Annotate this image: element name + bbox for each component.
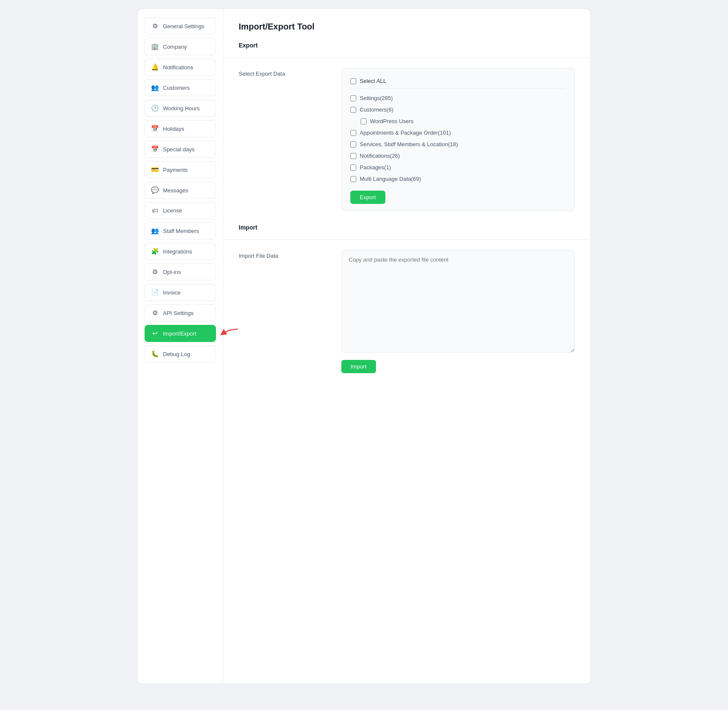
general-settings-icon: ⚙	[151, 22, 159, 30]
export-checkbox-wordpress-users[interactable]	[361, 118, 367, 124]
payments-icon: 💳	[151, 166, 159, 174]
export-checkbox-services[interactable]	[350, 141, 356, 147]
export-label-services: Services, Staff Members & Location(18)	[360, 141, 458, 147]
license-icon: 🏷	[151, 207, 159, 214]
import-row: Import File Data Import	[239, 250, 575, 373]
sidebar-item-label-invoice: Invoice	[163, 289, 181, 296]
sidebar-item-label-staff-members: Staff Members	[163, 228, 199, 234]
export-item-wordpress-users[interactable]: WordPress Users	[350, 115, 566, 127]
sidebar-item-label-special-days: Special days	[163, 146, 195, 153]
select-all-row[interactable]: Select ALL	[350, 75, 566, 89]
import-divider	[223, 239, 590, 240]
sidebar-item-holidays[interactable]: 📅Holidays	[145, 120, 216, 137]
export-items-container: Settings(285)Customers(6)WordPress Users…	[350, 92, 566, 185]
export-btn-row: Export	[350, 191, 566, 204]
import-export-icon: ↩	[151, 330, 159, 337]
special-days-icon: 📅	[151, 145, 159, 153]
sidebar-item-integrations[interactable]: 🧩Integrations	[145, 243, 216, 260]
export-item-services[interactable]: Services, Staff Members & Location(18)	[350, 138, 566, 150]
export-label-appointments: Appointments & Package Order(101)	[360, 130, 451, 136]
customers-icon: 👥	[151, 84, 159, 91]
export-item-customers[interactable]: Customers(6)	[350, 104, 566, 115]
sidebar-item-notifications[interactable]: 🔔Notifications	[145, 59, 216, 76]
import-section-label: Import	[239, 224, 575, 231]
export-item-multi-language[interactable]: Multi Language Data(69)	[350, 173, 566, 185]
opt-ins-icon: ⚙	[151, 268, 159, 276]
sidebar-item-customers[interactable]: 👥Customers	[145, 79, 216, 96]
export-section-label: Export	[239, 42, 575, 49]
export-item-settings[interactable]: Settings(285)	[350, 92, 566, 104]
export-label-wordpress-users: WordPress Users	[370, 118, 414, 124]
main-content: Import/Export Tool Export Select Export …	[223, 9, 590, 683]
import-button[interactable]: Import	[341, 360, 376, 373]
export-row: Select Export Data Select ALL Settings(2…	[239, 68, 575, 211]
sidebar-item-license[interactable]: 🏷License	[145, 202, 216, 219]
sidebar-item-label-opt-ins: Opt-ins	[163, 269, 181, 275]
import-row-label: Import File Data	[239, 250, 324, 373]
export-label-packages: Packages(1)	[360, 164, 391, 171]
page-title: Import/Export Tool	[239, 22, 575, 32]
sidebar-item-api-settings[interactable]: ⚙API Settings	[145, 304, 216, 321]
sidebar-item-staff-members[interactable]: 👥Staff Members	[145, 222, 216, 239]
sidebar-item-label-api-settings: API Settings	[163, 310, 194, 316]
export-button[interactable]: Export	[350, 191, 385, 204]
import-btn-row: Import	[341, 360, 575, 373]
sidebar-item-label-messages: Messages	[163, 187, 188, 194]
messages-icon: 💬	[151, 186, 159, 194]
export-label-customers: Customers(6)	[360, 106, 394, 113]
import-section: Import Import File Data Import	[239, 224, 575, 373]
sidebar-item-label-license: License	[163, 207, 182, 214]
sidebar-item-general-settings[interactable]: ⚙General Settings	[145, 18, 216, 35]
sidebar-item-label-holidays: Holidays	[163, 126, 184, 132]
export-checkbox-packages[interactable]	[350, 165, 356, 171]
sidebar-item-label-payments: Payments	[163, 167, 188, 173]
export-checkbox-multi-language[interactable]	[350, 176, 356, 182]
export-row-label: Select Export Data	[239, 68, 324, 211]
export-label-multi-language: Multi Language Data(69)	[360, 176, 421, 182]
sidebar-item-messages[interactable]: 💬Messages	[145, 182, 216, 199]
import-textarea[interactable]	[341, 250, 575, 353]
sidebar-item-label-integrations: Integrations	[163, 248, 192, 255]
holidays-icon: 📅	[151, 125, 159, 133]
sidebar-item-invoice[interactable]: 📄Invoice	[145, 284, 216, 301]
export-box: Select ALL Settings(285)Customers(6)Word…	[341, 68, 575, 211]
export-item-notifications[interactable]: Notifications(26)	[350, 150, 566, 162]
export-checkbox-notifications[interactable]	[350, 153, 356, 159]
import-right: Import	[341, 250, 575, 373]
company-icon: 🏢	[151, 43, 159, 50]
select-all-label: Select ALL	[360, 78, 386, 84]
sidebar-item-label-customers: Customers	[163, 85, 190, 91]
working-hours-icon: 🕐	[151, 104, 159, 112]
export-divider	[223, 57, 590, 58]
export-section: Export Select Export Data Select ALL Set…	[239, 42, 575, 211]
api-settings-icon: ⚙	[151, 309, 159, 317]
sidebar-item-debug-log[interactable]: 🐛Debug Log	[145, 345, 216, 362]
sidebar-item-label-notifications: Notifications	[163, 64, 193, 71]
export-item-appointments[interactable]: Appointments & Package Order(101)	[350, 127, 566, 138]
notifications-icon: 🔔	[151, 63, 159, 71]
integrations-icon: 🧩	[151, 247, 159, 255]
invoice-icon: 📄	[151, 289, 159, 296]
page-wrapper: ⚙General Settings🏢Company🔔Notifications👥…	[137, 9, 591, 684]
export-label-settings: Settings(285)	[360, 95, 393, 101]
export-checkbox-appointments[interactable]	[350, 130, 356, 136]
debug-log-icon: 🐛	[151, 350, 159, 358]
sidebar-item-import-export[interactable]: ↩Import/Export	[145, 325, 216, 342]
sidebar-item-special-days[interactable]: 📅Special days	[145, 141, 216, 158]
sidebar-item-label-debug-log: Debug Log	[163, 351, 190, 357]
sidebar-item-company[interactable]: 🏢Company	[145, 38, 216, 55]
sidebar-item-working-hours[interactable]: 🕐Working Hours	[145, 100, 216, 117]
export-checkbox-customers[interactable]	[350, 107, 356, 113]
staff-members-icon: 👥	[151, 227, 159, 235]
sidebar: ⚙General Settings🏢Company🔔Notifications👥…	[138, 9, 223, 683]
export-checkbox-settings[interactable]	[350, 95, 356, 101]
sidebar-item-label-company: Company	[163, 44, 187, 50]
sidebar-item-payments[interactable]: 💳Payments	[145, 161, 216, 178]
export-item-packages[interactable]: Packages(1)	[350, 162, 566, 173]
export-label-notifications: Notifications(26)	[360, 153, 400, 159]
sidebar-item-label-import-export: Import/Export	[163, 330, 196, 337]
select-all-checkbox[interactable]	[350, 78, 356, 84]
sidebar-item-label-general-settings: General Settings	[163, 23, 204, 29]
sidebar-item-label-working-hours: Working Hours	[163, 105, 200, 112]
sidebar-item-opt-ins[interactable]: ⚙Opt-ins	[145, 263, 216, 280]
